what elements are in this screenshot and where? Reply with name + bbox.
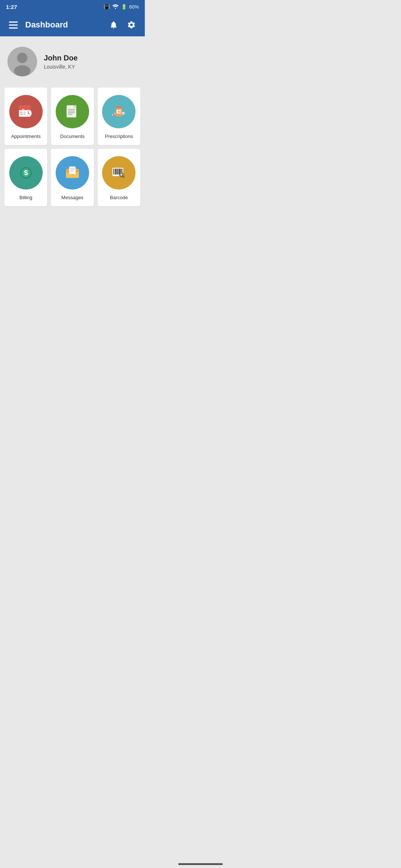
dashboard-grid: 31 Appointments [0,84,145,214]
billing-button[interactable]: $ Billing [4,149,47,206]
notification-icon [109,20,118,29]
prescriptions-button[interactable]: Rx Prescriptions [98,88,140,145]
status-icons: 📳 🔋 60% [104,4,139,10]
appointments-icon: 31 [16,102,36,121]
svg-rect-20 [68,109,75,110]
profile-section: John Doe Louisville, KY [0,36,145,84]
svg-rect-10 [20,114,23,115]
svg-rect-22 [68,112,75,113]
svg-text:$: $ [24,169,28,177]
documents-icon-circle [56,95,89,128]
documents-button[interactable]: Documents [51,88,94,145]
appointments-label: Appointments [11,134,41,139]
svg-rect-39 [70,171,74,171]
messages-button[interactable]: Messages [51,149,94,206]
status-bar: 1:27 📳 🔋 60% [0,0,145,13]
prescriptions-label: Prescriptions [105,134,133,139]
avatar [7,47,37,76]
page-title: Dashboard [25,20,106,30]
appointments-icon-circle: 31 [9,95,43,128]
svg-rect-23 [68,114,72,115]
svg-rect-38 [70,169,75,170]
billing-icon: $ [16,163,36,183]
messages-icon [63,163,82,183]
billing-label: Billing [19,195,32,200]
status-time: 1:27 [6,4,17,10]
svg-rect-7 [20,112,23,113]
documents-label: Documents [60,134,85,139]
messages-label: Messages [61,195,83,200]
appointments-button[interactable]: 31 Appointments [4,88,47,145]
documents-icon [63,102,82,121]
svg-rect-44 [117,169,117,175]
prescriptions-icon: Rx [109,102,128,121]
billing-icon-circle: $ [9,156,43,190]
svg-rect-6 [19,108,30,110]
svg-point-0 [115,8,116,9]
svg-rect-41 [114,169,114,175]
notification-button[interactable] [106,17,121,32]
settings-icon [127,20,136,29]
barcode-icon [109,163,128,183]
wifi-icon [112,4,119,10]
messages-icon-circle [56,156,89,190]
svg-rect-47 [119,169,120,175]
svg-rect-21 [68,111,75,111]
svg-point-17 [28,113,29,114]
svg-text:31: 31 [22,108,25,111]
svg-rect-46 [118,169,119,175]
barcode-label: Barcode [110,195,128,200]
svg-rect-45 [117,169,118,175]
profile-location: Louisville, KY [44,64,78,70]
app-bar: Dashboard [0,13,145,36]
battery-percentage: 60% [129,4,139,10]
svg-text:Rx: Rx [118,111,121,113]
svg-rect-43 [115,169,117,175]
svg-rect-42 [115,169,115,175]
svg-point-3 [14,65,30,76]
svg-point-2 [17,53,27,63]
barcode-button[interactable]: Barcode [98,149,140,206]
svg-rect-36 [69,167,75,174]
profile-name: John Doe [44,54,78,62]
svg-rect-24 [116,106,121,108]
vibrate-icon: 📳 [104,4,110,10]
app-bar-actions [106,17,139,32]
battery-icon: 🔋 [121,4,127,10]
barcode-icon-circle [102,156,136,190]
profile-info: John Doe Louisville, KY [44,54,78,70]
menu-button[interactable] [6,19,21,32]
settings-button[interactable] [124,17,139,32]
svg-rect-19 [74,105,76,108]
svg-rect-37 [70,168,75,169]
prescriptions-icon-circle: Rx [102,95,136,128]
